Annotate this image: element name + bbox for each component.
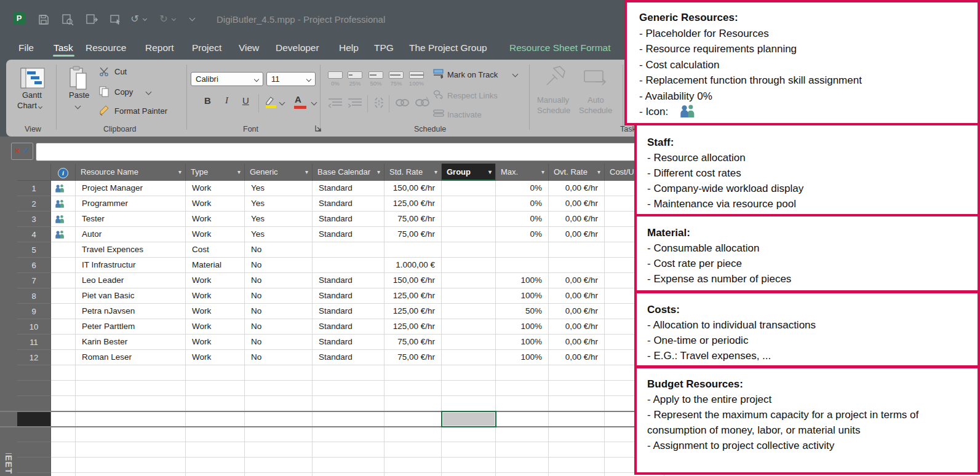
cell-name[interactable]: Leo Leader [76,273,186,288]
cell-name[interactable]: Karin Bester [76,335,186,350]
cell-std[interactable] [384,427,442,442]
cell-cal[interactable] [313,242,384,258]
tab-tpg[interactable]: TPG [374,42,394,54]
cell-max[interactable] [496,365,549,381]
cell-name[interactable]: Project Manager [76,181,186,196]
cell-generic[interactable] [245,442,313,458]
percent-complete-25-icon[interactable] [348,71,362,79]
cell-type[interactable]: Cost [186,242,245,258]
cell-type[interactable] [186,458,245,473]
cell-std[interactable]: 75,00 €/hr [384,350,442,365]
inactivate-icon[interactable] [433,109,444,117]
row-header-9[interactable]: 9 [17,304,51,319]
cell-type[interactable] [186,427,245,442]
row-header-4[interactable]: 4 [17,227,51,242]
row-header-12[interactable]: 12 [17,350,51,365]
cell-group[interactable] [442,319,496,335]
cell-name[interactable]: Travel Expences [76,242,186,258]
cell-group[interactable] [442,181,496,196]
percent-complete-100-icon[interactable] [409,71,424,79]
cell-generic[interactable] [245,458,313,473]
cell-max[interactable] [496,427,549,442]
cell-cal[interactable] [313,473,384,476]
column-header-cal[interactable]: Base Calendar▾ [313,164,384,181]
cell-generic[interactable]: No [245,304,313,319]
cell-std[interactable]: 150,00 €/hr [384,273,442,288]
cell-max[interactable]: 100% [496,319,549,335]
tab-developer[interactable]: Developer [276,42,319,54]
cell-type[interactable]: Work [186,212,245,227]
cell-generic[interactable]: No [245,258,313,273]
cell-std[interactable] [384,442,442,458]
cell-name[interactable] [76,365,186,381]
cell-max[interactable]: 0% [496,196,549,212]
selected-cell[interactable] [441,411,496,427]
font-size-select[interactable]: 11 [266,72,316,86]
column-header-max[interactable]: Max.▾ [496,164,549,181]
auto-schedule-button[interactable]: Auto [588,95,604,105]
cell-group[interactable] [442,458,496,473]
highlight-color-icon[interactable] [261,95,276,109]
row-header[interactable] [17,411,51,427]
cell-type[interactable]: Work [186,350,245,365]
row-header-3[interactable]: 3 [17,212,51,227]
cell-ovt[interactable]: 0,00 €/hr [549,273,605,288]
cell-std[interactable]: 125,00 €/hr [384,304,442,319]
select-all-corner[interactable] [17,164,51,181]
cell-name[interactable] [76,458,186,473]
unlink-tasks-icon[interactable] [415,97,431,108]
cell-group[interactable] [442,212,496,227]
cell-generic[interactable]: No [245,288,313,304]
tab-report[interactable]: Report [145,42,174,54]
filter-icon[interactable]: ▾ [488,164,492,181]
cell-std[interactable]: 150,00 €/hr [384,181,442,196]
filter-icon[interactable]: ▾ [237,164,241,181]
cell-group[interactable] [442,396,496,411]
cell-cal[interactable] [313,411,384,427]
cell-ovt[interactable]: 0,00 €/hr [549,350,605,365]
bold-button[interactable]: B [204,95,211,106]
cut-button[interactable]: Cut [114,67,127,76]
cell-generic[interactable]: No [245,242,313,258]
cell-max[interactable]: 100% [496,335,549,350]
cell-std[interactable] [384,381,442,396]
cell-ovt[interactable]: 0,00 €/hr [549,319,605,335]
font-name-select[interactable]: Calibri [191,72,263,86]
cell-generic[interactable] [245,396,313,411]
cell-std[interactable] [384,365,442,381]
inactivate-button[interactable]: Inactivate [447,110,482,119]
mark-on-track-icon[interactable] [433,69,444,79]
cell-generic[interactable]: No [245,335,313,350]
cell-max[interactable] [496,458,549,473]
filter-icon[interactable]: ▾ [434,164,437,181]
tab-help[interactable]: Help [339,42,359,54]
cell-group[interactable] [442,258,496,273]
cell-std[interactable]: 125,00 €/hr [384,196,442,212]
cell-type[interactable]: Work [186,319,245,335]
cell-type[interactable] [186,411,245,427]
tab-view[interactable]: View [239,42,259,54]
row-header-8[interactable]: 8 [17,288,51,304]
cell-max[interactable]: 0% [496,212,549,227]
cell-cal[interactable]: Standard [313,196,384,212]
row-header-5[interactable]: 5 [17,242,51,258]
cell-std[interactable] [384,411,442,427]
cell-max[interactable]: 0% [496,227,549,242]
respect-links-icon[interactable] [433,90,444,100]
cell-ovt[interactable] [549,473,605,476]
cell-std[interactable]: 125,00 €/hr [384,319,442,335]
cell-max[interactable] [496,396,549,411]
cell-generic[interactable] [245,473,313,476]
cell-max[interactable] [496,258,549,273]
tab-resource[interactable]: Resource [86,42,126,54]
qat-customize-icon[interactable] [189,15,196,22]
cell-name[interactable] [76,396,186,411]
cell-group[interactable] [442,365,496,381]
cell-ovt[interactable] [549,427,605,442]
cell-group[interactable] [442,427,496,442]
cell-cal[interactable]: Standard [313,304,384,319]
row-header-10[interactable]: 10 [17,319,51,335]
accept-entry-icon[interactable]: ✓ [23,146,30,155]
format-painter-button[interactable]: Format Painter [114,106,167,116]
cell-max[interactable]: 50% [496,304,549,319]
